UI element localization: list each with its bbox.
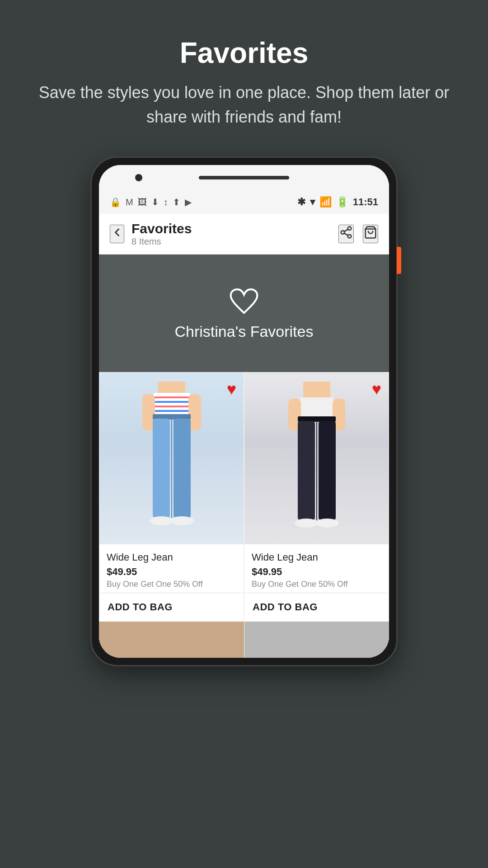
bag-button[interactable] (363, 225, 378, 243)
bottom-thumb-2 (244, 622, 389, 658)
gmail-icon: M (126, 197, 133, 208)
product-promo-1: Buy One Get One 50% Off (107, 580, 236, 589)
phone-notch (99, 165, 389, 190)
sync-icon: ↕ (164, 197, 168, 208)
status-bar: 🔒 M 🖼 ⬇ ↕ ⬆ ▶ ✱ ▾ 📶 🔋 11:51 (99, 190, 389, 214)
svg-rect-7 (154, 393, 190, 415)
phone-frame-wrapper: 🔒 M 🖼 ⬇ ↕ ⬆ ▶ ✱ ▾ 📶 🔋 11:51 (90, 156, 398, 666)
jeans-figure-right (283, 382, 351, 544)
side-scroll-tab (397, 247, 401, 274)
wifi-icon: ▾ (310, 196, 315, 208)
svg-point-29 (315, 519, 339, 528)
product-image-2: ♥ (244, 373, 389, 544)
svg-point-19 (170, 516, 194, 525)
clock: 11:51 (353, 196, 378, 208)
photos-icon: 🖼 (138, 197, 147, 208)
camera-dot (135, 174, 142, 181)
signal-icon: 📶 (319, 196, 332, 208)
favorite-heart-2[interactable]: ♥ (372, 380, 381, 399)
svg-rect-16 (174, 419, 191, 518)
product-info-1: Wide Leg Jean $49.95 Buy One Get One 50%… (99, 544, 244, 593)
products-grid: ♥ Wide Leg Jean $49.95 Buy One Get One 5… (99, 372, 389, 622)
page-background-header: Favorites Save the styles you love in on… (0, 0, 488, 147)
bluetooth-icon: ✱ (297, 196, 305, 208)
play-icon: ▶ (185, 197, 192, 208)
bottom-thumb-1 (99, 622, 244, 658)
svg-point-18 (150, 516, 173, 525)
svg-rect-20 (303, 382, 330, 400)
banner-title: Christina's Favorites (175, 323, 314, 340)
svg-line-3 (344, 233, 348, 236)
phone-frame: 🔒 M 🖼 ⬇ ↕ ⬆ ▶ ✱ ▾ 📶 🔋 11:51 (90, 156, 398, 666)
svg-rect-15 (153, 419, 170, 518)
status-right-icons: ✱ ▾ 📶 🔋 11:51 (297, 196, 378, 208)
status-left-icons: 🔒 M 🖼 ⬇ ↕ ⬆ ▶ (110, 197, 192, 208)
page-background-subtitle: Save the styles you love in one place. S… (36, 80, 452, 129)
jeans-figure-left (138, 382, 206, 544)
svg-rect-21 (300, 397, 333, 418)
download-icon: ⬇ (151, 197, 159, 208)
product-card-1: ♥ Wide Leg Jean $49.95 Buy One Get One 5… (99, 373, 244, 621)
banner-heart-icon (230, 287, 258, 314)
notification-icon: 🔒 (110, 197, 121, 208)
app-header: Favorites 8 Items (99, 214, 389, 255)
product-name-2: Wide Leg Jean (252, 552, 381, 563)
product-price-1: $49.95 (107, 566, 236, 578)
battery-icon: 🔋 (336, 196, 348, 208)
page-background-title: Favorites (36, 36, 452, 70)
items-count: 8 Items (131, 236, 338, 247)
svg-point-28 (295, 519, 318, 528)
product-card-2: ♥ Wide Leg Jean $49.95 Buy One Get One 5… (244, 373, 389, 621)
bottom-preview-strip (99, 622, 389, 658)
header-actions (338, 225, 378, 243)
favorites-banner: Christina's Favorites (99, 255, 389, 372)
favorite-heart-1[interactable]: ♥ (227, 380, 236, 399)
favorites-title: Favorites (131, 221, 338, 236)
product-name-1: Wide Leg Jean (107, 552, 236, 563)
add-to-bag-button-2[interactable]: ADD TO BAG (244, 593, 389, 621)
header-title-area: Favorites 8 Items (131, 221, 338, 247)
product-promo-2: Buy One Get One 50% Off (252, 580, 381, 589)
svg-rect-26 (319, 421, 336, 520)
phone-screen: 🔒 M 🖼 ⬇ ↕ ⬆ ▶ ✱ ▾ 📶 🔋 11:51 (99, 165, 389, 658)
back-button[interactable] (110, 225, 124, 243)
notch-bar (199, 176, 289, 179)
svg-rect-25 (298, 421, 315, 520)
share-button[interactable] (338, 225, 354, 243)
product-info-2: Wide Leg Jean $49.95 Buy One Get One 50%… (244, 544, 389, 593)
upload-icon: ⬆ (173, 197, 180, 208)
svg-line-4 (344, 229, 348, 231)
product-price-2: $49.95 (252, 566, 381, 578)
product-image-1: ♥ (99, 373, 244, 544)
add-to-bag-button-1[interactable]: ADD TO BAG (99, 593, 244, 621)
